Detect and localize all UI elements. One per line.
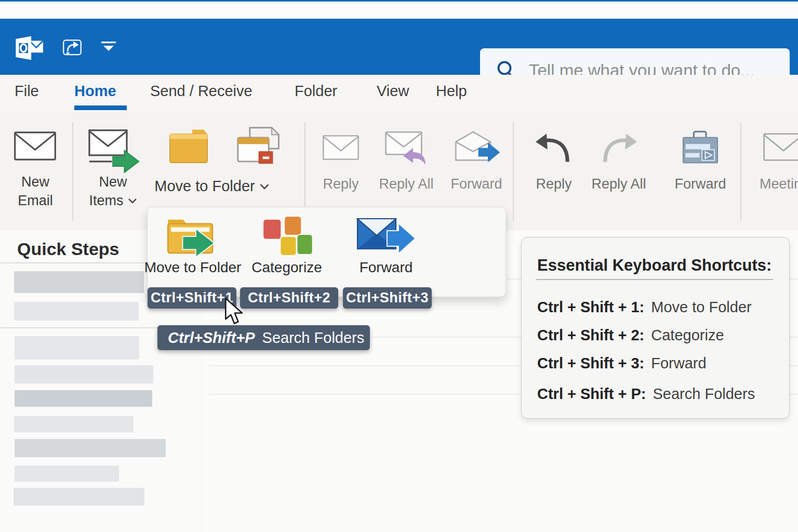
active-tab-underline <box>74 105 127 110</box>
new-items-button[interactable]: New Items <box>83 112 143 226</box>
shortcut-badge-move-to-folder: Ctrl+Shift+1 <box>148 287 236 309</box>
forward-icon <box>355 216 417 256</box>
ribbon-group-divider <box>304 122 305 221</box>
ribbon-group-divider <box>740 122 741 221</box>
new-email-button[interactable]: New Email <box>9 112 61 226</box>
meeting-button[interactable]: Meeting <box>756 112 798 226</box>
quick-step-placeholder <box>15 365 153 383</box>
overlapping-windows-icon <box>235 125 285 172</box>
shortcut-badge-categorize: Ctrl+Shift+2 <box>240 287 338 309</box>
reply-all-envelope-icon <box>384 130 429 168</box>
forward-briefcase-icon <box>681 128 720 168</box>
title-bar: Tell me what you want to do... <box>0 19 798 75</box>
tab-home[interactable]: Home <box>74 83 116 100</box>
quick-step-placeholder <box>15 390 152 407</box>
shortcuts-panel-title: Essential Keyboard Shortcuts: <box>537 256 772 275</box>
reply-button[interactable]: Reply <box>528 112 580 226</box>
quick-step-placeholder <box>14 302 139 321</box>
forward-button[interactable]: Forward <box>674 112 726 226</box>
tab-file[interactable]: File <box>15 83 39 100</box>
search-folders-tooltip: Ctrl+Shift+P Search Folders <box>157 325 370 350</box>
shortcut-row: Ctrl + Shift + 2: Categorize <box>537 327 724 344</box>
reply-arrow-icon <box>536 130 572 167</box>
ribbon-tab-bar: File Home Send / Receive Folder View Hel… <box>0 75 798 112</box>
shortcut-badge-forward: Ctrl+Shift+3 <box>343 287 432 309</box>
tab-send-receive[interactable]: Send / Receive <box>150 83 252 100</box>
quick-step-placeholder <box>14 488 144 506</box>
tooltip-label: Search Folders <box>262 329 365 347</box>
new-items-icon <box>87 129 141 173</box>
tab-view[interactable]: View <box>377 83 409 100</box>
categorize-icon <box>260 216 314 256</box>
shortcut-row: Ctrl + Shift + 1: Move to Folder <box>537 299 752 316</box>
send-receive-icon[interactable] <box>62 38 82 56</box>
forward-envelope-icon <box>454 129 501 166</box>
move-to-folder-dropdown: Move to Folder Categorize Forward <box>147 207 506 297</box>
outlook-logo-icon <box>14 35 46 61</box>
quick-step-placeholder <box>14 416 134 432</box>
flyout-item-categorize[interactable]: Categorize <box>235 207 339 297</box>
reply-envelope-icon <box>322 131 360 164</box>
flyout-item-move-to-folder[interactable]: Move to Folder <box>141 207 245 297</box>
keyboard-shortcuts-panel: Essential Keyboard Shortcuts: Ctrl + Shi… <box>521 237 790 419</box>
meeting-envelope-icon <box>763 131 798 163</box>
chevron-down-icon <box>128 198 137 204</box>
new-email-icon <box>14 130 57 162</box>
divider <box>536 279 773 280</box>
reply-all-button[interactable]: Reply All <box>587 112 650 226</box>
quick-step-placeholder <box>14 271 144 293</box>
move-to-folder-icon <box>166 126 211 168</box>
ribbon-group-divider <box>513 122 514 221</box>
tab-help[interactable]: Help <box>436 83 467 100</box>
quick-step-placeholder <box>15 336 139 360</box>
shortcut-row: Ctrl + Shift + 3: Forward <box>537 355 707 372</box>
quick-step-placeholder <box>15 439 166 457</box>
tab-folder[interactable]: Folder <box>295 83 337 100</box>
tooltip-keys: Ctrl+Shift+P <box>168 329 255 347</box>
quick-step-placeholder <box>15 466 119 482</box>
reply-all-arrow-icon <box>601 130 637 167</box>
ribbon-group-divider <box>72 122 73 221</box>
mouse-cursor <box>224 297 245 326</box>
shortcut-row: Ctrl + Shift + P: Search Folders <box>537 385 755 403</box>
move-to-folder-icon <box>165 216 221 256</box>
flyout-item-forward[interactable]: Forward <box>334 207 438 297</box>
customize-toolbar-caret-icon[interactable] <box>101 42 116 52</box>
outlook-window: Tell me what you want to do... File Home… <box>0 0 798 532</box>
quick-steps-title: Quick Steps <box>17 239 119 259</box>
window-top-strip <box>0 2 798 19</box>
